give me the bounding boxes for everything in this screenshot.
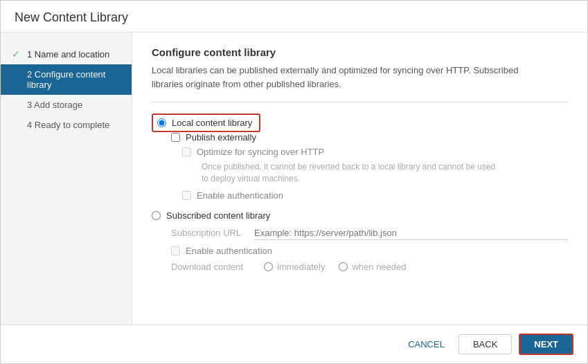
sidebar-item-step1: ✓ 1 Name and location — [1, 44, 132, 64]
when-needed-option: when needed — [339, 262, 406, 272]
section-title: Configure content library — [152, 46, 568, 58]
subscription-url-input[interactable] — [254, 226, 568, 240]
section-description: Local libraries can be published externa… — [152, 64, 568, 91]
optimize-checkbox[interactable] — [182, 147, 191, 156]
enable-auth-sub-row: Enable authentication — [171, 246, 568, 256]
optimize-note: Once published, it cannot be reverted ba… — [202, 161, 568, 185]
enable-auth-local-checkbox[interactable] — [182, 191, 191, 200]
main-content: Configure content library Local librarie… — [132, 33, 587, 325]
sidebar-step2-label: 2 Configure content library — [27, 69, 121, 90]
download-content-row: Download content immediately when needed — [171, 262, 568, 272]
new-content-library-dialog: New Content Library ✓ 1 Name and locatio… — [0, 0, 588, 364]
immediately-label: immediately — [277, 262, 325, 272]
immediately-option: immediately — [264, 262, 325, 272]
local-library-group: Local content library Publish externally… — [152, 113, 568, 201]
publish-externally-group: Publish externally Optimize for syncing … — [171, 132, 568, 201]
optimize-note-line2: to deploy virtual machines. — [202, 174, 300, 183]
subscription-url-label: Subscription URL — [171, 228, 247, 238]
when-needed-label: when needed — [352, 262, 406, 272]
local-library-label: Local content library — [172, 118, 252, 128]
download-content-label: Download content — [171, 262, 243, 272]
back-button[interactable]: BACK — [458, 334, 512, 354]
section-desc-line1: Local libraries can be published externa… — [152, 65, 518, 75]
when-needed-radio[interactable] — [339, 262, 348, 271]
cancel-button[interactable]: CANCEL — [401, 335, 452, 354]
section-desc-line2: libraries originate from other published… — [152, 79, 341, 89]
publish-externally-row: Publish externally — [171, 132, 568, 143]
sidebar: ✓ 1 Name and location 2 Configure conten… — [1, 33, 132, 325]
subscribed-library-label: Subscribed content library — [166, 210, 270, 221]
dialog-footer: CANCEL BACK NEXT — [1, 325, 587, 363]
publish-externally-checkbox[interactable] — [171, 133, 180, 142]
enable-auth-local-row: Enable authentication — [182, 190, 568, 201]
immediately-radio[interactable] — [264, 262, 273, 271]
sidebar-step4-label: 4 Ready to complete — [27, 120, 109, 130]
subscribed-radio-row: Subscribed content library — [152, 210, 568, 221]
divider — [152, 102, 568, 102]
optimize-row: Optimize for syncing over HTTP — [182, 147, 568, 157]
publish-externally-label: Publish externally — [186, 132, 256, 143]
subscription-url-row: Subscription URL — [171, 226, 568, 240]
sidebar-item-step4: 4 Ready to complete — [1, 115, 132, 135]
local-library-radio[interactable] — [157, 118, 166, 127]
checkmark-icon: ✓ — [12, 48, 21, 60]
next-button[interactable]: NEXT — [519, 334, 573, 355]
enable-auth-local-label: Enable authentication — [197, 190, 283, 201]
sidebar-item-step2: 2 Configure content library — [1, 64, 132, 95]
subscribed-library-group: Subscribed content library Subscription … — [152, 210, 568, 272]
sidebar-step3-label: 3 Add storage — [27, 100, 82, 110]
optimize-note-line1: Once published, it cannot be reverted ba… — [202, 162, 495, 172]
sidebar-item-step3: 3 Add storage — [1, 95, 132, 115]
dialog-body: ✓ 1 Name and location 2 Configure conten… — [1, 33, 587, 325]
dialog-title: New Content Library — [1, 1, 587, 33]
subscribed-library-radio[interactable] — [152, 211, 161, 220]
local-library-box: Local content library — [152, 113, 260, 132]
optimize-label: Optimize for syncing over HTTP — [197, 147, 324, 157]
enable-auth-sub-label: Enable authentication — [186, 246, 272, 256]
enable-auth-sub-checkbox[interactable] — [171, 246, 180, 255]
sidebar-step1-label: 1 Name and location — [27, 49, 109, 60]
